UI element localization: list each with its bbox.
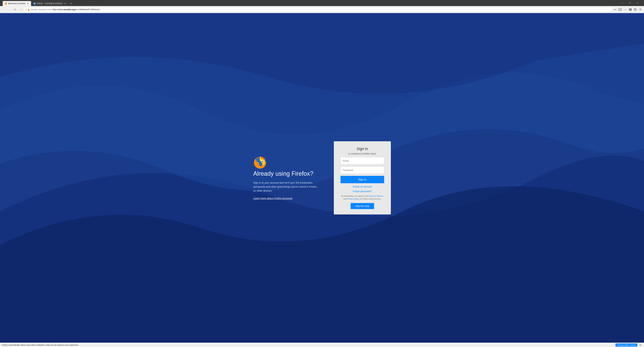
tab2-label: 雷科技 - 关注智能生活和前沿 [37,2,63,5]
info-icon: ℹ [26,8,26,11]
title-bar: Welcome to Firefox ✕ 雷 雷科技 - 关注智能生活和前沿 ✕… [0,0,644,6]
address-bar[interactable]: ℹ 🔒 Mozilla Corporation (US) https://www… [24,7,612,12]
url-domain: mozilla.org [64,8,75,11]
tab2-close-btn[interactable]: ✕ [64,2,66,5]
tab1-close-btn[interactable]: ✕ [26,2,29,5]
password-input[interactable] [340,166,384,174]
url-display: https://www.mozilla.org/en-US/firefox/57… [52,8,100,11]
svg-rect-7 [631,8,632,11]
privacy-link[interactable]: Privacy Notice [347,198,360,200]
restore-btn[interactable]: ❐ [626,0,634,6]
toolbar-right-icons: ••• ☆ ☰ [613,7,643,12]
svg-text:雷: 雷 [34,3,35,4]
tab1-label: Welcome to Firefox [8,2,25,5]
back-btn[interactable]: ← [1,7,6,12]
close-window-btn[interactable]: ✕ [634,0,641,6]
synced-tabs-icon [634,8,637,11]
legal-suffix: of Firefox cloud services. [359,198,381,200]
security-label: Mozilla Corporation (US) [31,8,51,10]
pocket-btn[interactable] [618,7,622,12]
browser-content: Already using Firefox? Sign in to your a… [0,13,644,343]
library-icon [629,8,632,11]
choose-share-button[interactable]: Choose What I Share [616,344,637,346]
signin-card: Sign in to continue to Firefox Sync Sign… [334,141,391,214]
home-btn[interactable]: ⌂ [18,7,24,12]
status-close-button[interactable]: ✕ [639,344,642,346]
svg-rect-5 [629,8,630,11]
signin-button[interactable]: Sign in [340,176,384,183]
svg-point-1 [5,3,6,4]
new-tab-btn[interactable]: + [69,1,74,6]
pocket-icon [619,8,622,11]
svg-rect-9 [635,9,636,10]
page-headline: Already using Firefox? [253,170,320,177]
navigation-toolbar: ← → ↻ ⌂ ℹ 🔒 Mozilla Corporation (US) htt… [0,6,644,13]
lock-icon: 🔒 [27,8,30,11]
firefox-logo [253,156,267,169]
signin-title: Sign in [357,147,368,151]
forward-btn[interactable]: → [7,7,12,12]
tos-link[interactable]: Terms of Service [369,195,384,197]
firefox-firstrun-page: Already using Firefox? Sign in to your a… [0,13,644,343]
tab-welcome-firefox[interactable]: Welcome to Firefox ✕ [3,1,31,6]
skip-step-button[interactable]: Skip this step [350,203,374,209]
legal-text: By proceeding, you agree to the Terms of… [340,195,384,200]
status-message: Firefox automatically sends some data to… [2,344,79,346]
window-controls: — ❐ ✕ [618,0,641,6]
page-description: Sign in to your account and we'll sync t… [253,181,320,193]
url-prefix: https://www. [52,8,64,11]
reload-btn[interactable]: ↻ [13,7,18,12]
status-right: Choose What I Share ✕ [616,344,642,346]
email-input[interactable] [340,157,384,164]
status-bar: Firefox automatically sends some data to… [0,343,644,347]
tab-leikoji[interactable]: 雷 雷科技 - 关注智能生活和前沿 ✕ [31,1,68,6]
learn-more-link[interactable]: Learn more about Firefox Accounts [253,197,292,200]
left-panel: Already using Firefox? Sign in to your a… [253,156,320,200]
svg-point-13 [262,161,263,162]
forgot-password-link[interactable]: Forgot password? [353,190,372,193]
leikoji-favicon-icon: 雷 [34,2,36,5]
synced-tabs-btn[interactable] [633,7,638,12]
svg-rect-6 [630,8,630,11]
library-btn[interactable] [628,7,632,12]
legal-prefix: By proceeding, you agree to the [341,195,369,197]
minimize-btn[interactable]: — [618,0,626,6]
url-path: /en-US/firefox/57.0/firstrun/ [75,8,100,11]
bookmark-btn[interactable]: ☆ [623,7,628,12]
firefox-favicon-icon [5,2,7,5]
legal-middle: and [343,198,347,200]
create-account-link[interactable]: Create an account [352,185,372,188]
signin-subtitle: to continue to Firefox Sync [348,152,376,155]
page-content: Already using Firefox? Sign in to your a… [246,141,398,214]
more-options-btn[interactable]: ••• [613,7,618,12]
hamburger-menu-btn[interactable]: ☰ [638,7,643,12]
